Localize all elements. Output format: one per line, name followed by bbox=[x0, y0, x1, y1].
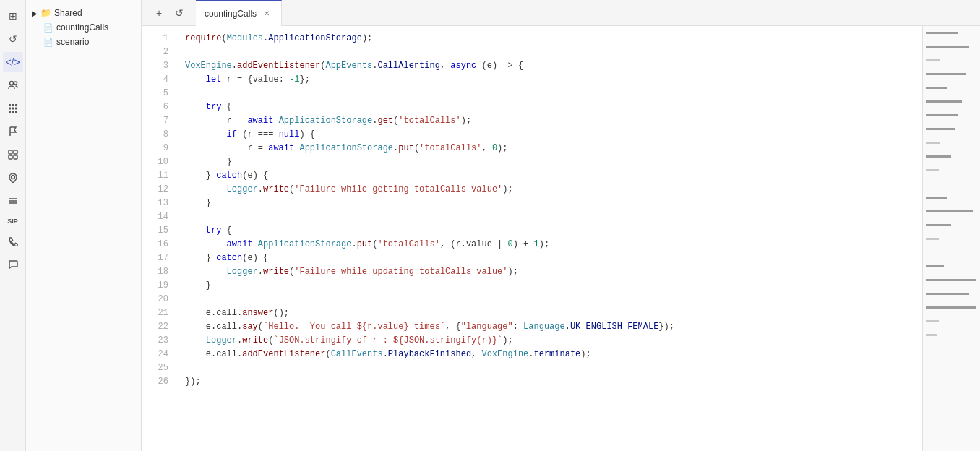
location-icon[interactable] bbox=[3, 168, 23, 188]
line-num-19: 19 bbox=[142, 279, 176, 293]
svg-rect-8 bbox=[9, 111, 11, 113]
line-num-14: 14 bbox=[142, 210, 176, 224]
line-num-1: 1 bbox=[142, 32, 176, 46]
line-num-24: 24 bbox=[142, 348, 176, 361]
file-icon: 📄 bbox=[43, 23, 53, 33]
tab-label: countingCalls bbox=[205, 9, 257, 19]
line-num-8: 8 bbox=[142, 128, 176, 142]
line-num-12: 12 bbox=[142, 183, 176, 197]
code-icon[interactable]: </> bbox=[3, 52, 23, 72]
svg-rect-10 bbox=[15, 111, 17, 113]
svg-point-0 bbox=[9, 82, 13, 85]
line-num-2: 2 bbox=[142, 46, 176, 59]
line-num-9: 9 bbox=[142, 142, 176, 155]
line-num-17: 17 bbox=[142, 252, 176, 265]
list-icon[interactable] bbox=[3, 191, 23, 211]
folder-shared[interactable]: ▶ 📁 Shared bbox=[26, 6, 141, 20]
add-tab-button[interactable]: + bbox=[150, 4, 168, 22]
flag-icon[interactable] bbox=[3, 121, 23, 142]
tab-counting-calls[interactable]: countingCalls ✕ bbox=[196, 0, 282, 26]
chevron-right-icon: ▶ bbox=[32, 9, 38, 17]
svg-rect-12 bbox=[14, 150, 17, 154]
tab-close-button[interactable]: ✕ bbox=[261, 8, 272, 20]
svg-rect-5 bbox=[9, 108, 11, 110]
main-area: + ↺ countingCalls ✕ 1 2 3 4 5 6 7 8 9 10… bbox=[142, 0, 980, 451]
line-num-10: 10 bbox=[142, 155, 176, 169]
svg-rect-2 bbox=[9, 104, 11, 106]
line-numbers: 1 2 3 4 5 6 7 8 9 10 11 12 13 14 15 16 1… bbox=[142, 26, 176, 451]
line-num-18: 18 bbox=[142, 265, 176, 279]
svg-point-15 bbox=[11, 176, 14, 179]
editor-area: 1 2 3 4 5 6 7 8 9 10 11 12 13 14 15 16 1… bbox=[142, 26, 980, 451]
line-num-4: 4 bbox=[142, 73, 176, 87]
line-num-23: 23 bbox=[142, 334, 176, 348]
svg-rect-7 bbox=[15, 108, 17, 110]
line-num-13: 13 bbox=[142, 197, 176, 210]
history-icon[interactable]: ↺ bbox=[3, 29, 23, 49]
minimap[interactable] bbox=[922, 26, 980, 451]
file-scenario[interactable]: 📄 scenario bbox=[26, 35, 141, 49]
svg-rect-13 bbox=[9, 155, 12, 159]
file-label-2: scenario bbox=[56, 37, 89, 47]
refresh-button[interactable]: ↺ bbox=[171, 4, 188, 22]
line-num-6: 6 bbox=[142, 100, 176, 114]
apps-icon[interactable] bbox=[3, 98, 23, 119]
folder-label: Shared bbox=[54, 8, 82, 18]
file-sidebar: ▶ 📁 Shared 📄 countingCalls 📄 scenario bbox=[26, 0, 142, 451]
line-num-5: 5 bbox=[142, 87, 176, 100]
file-label: countingCalls bbox=[56, 22, 108, 33]
sip-icon[interactable]: SIP bbox=[3, 214, 23, 228]
svg-rect-11 bbox=[9, 150, 12, 154]
phone-icon[interactable] bbox=[3, 231, 23, 252]
icon-sidebar: ⊞ ↺ </> bbox=[0, 0, 26, 451]
folder-icon: 📁 bbox=[40, 8, 51, 18]
code-editor[interactable]: require(Modules.ApplicationStorage); Vox… bbox=[176, 26, 922, 451]
users-icon[interactable] bbox=[3, 75, 23, 95]
svg-rect-4 bbox=[15, 104, 17, 106]
svg-rect-9 bbox=[12, 111, 14, 113]
line-num-11: 11 bbox=[142, 169, 176, 183]
line-num-3: 3 bbox=[142, 59, 176, 73]
line-num-7: 7 bbox=[142, 114, 176, 128]
file-countingcalls[interactable]: 📄 countingCalls bbox=[26, 20, 141, 35]
svg-point-1 bbox=[14, 82, 17, 85]
svg-rect-6 bbox=[12, 108, 14, 110]
grid-icon[interactable]: ⊞ bbox=[3, 6, 23, 26]
tab-actions: + ↺ bbox=[145, 4, 194, 22]
line-num-25: 25 bbox=[142, 361, 176, 375]
chat-icon[interactable] bbox=[3, 254, 23, 275]
file-icon-2: 📄 bbox=[43, 38, 53, 47]
line-num-20: 20 bbox=[142, 293, 176, 306]
line-num-26: 26 bbox=[142, 375, 176, 389]
tab-bar: + ↺ countingCalls ✕ bbox=[142, 0, 980, 26]
puzzle-icon[interactable] bbox=[3, 145, 23, 165]
line-num-15: 15 bbox=[142, 224, 176, 238]
svg-rect-14 bbox=[14, 155, 17, 159]
svg-rect-3 bbox=[12, 104, 14, 106]
line-num-21: 21 bbox=[142, 306, 176, 320]
line-num-16: 16 bbox=[142, 238, 176, 252]
line-num-22: 22 bbox=[142, 320, 176, 334]
